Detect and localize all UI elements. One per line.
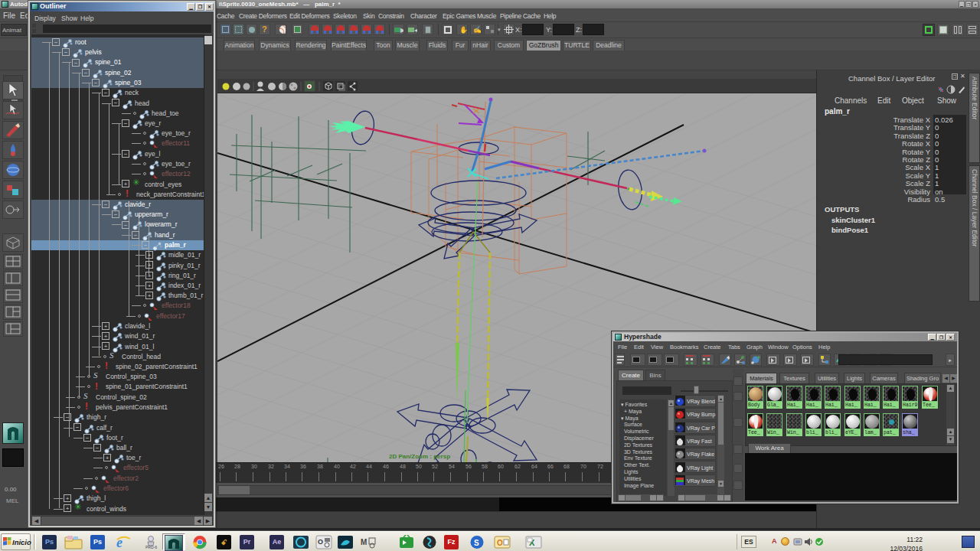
svg-text:S: S	[474, 539, 479, 547]
svg-text:O: O	[497, 539, 503, 547]
svg-text:M: M	[361, 538, 367, 546]
svg-text:O: O	[318, 538, 323, 546]
svg-text:PRD-6: PRD-6	[145, 545, 157, 549]
